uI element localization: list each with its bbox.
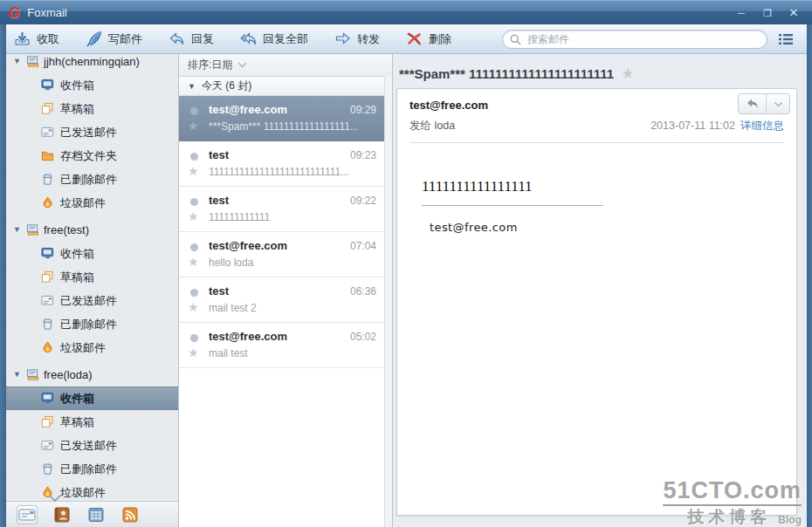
collapse-chevron-icon[interactable] <box>48 494 62 503</box>
forward-button[interactable]: 转发 <box>334 31 380 47</box>
delete-button[interactable]: 删除 <box>406 31 451 47</box>
account-row-jjhh[interactable]: ▼ jjhh(chenmingqian) <box>6 54 178 73</box>
star-icon[interactable]: ★ <box>188 346 199 359</box>
receive-label: 收取 <box>37 31 59 47</box>
expand-arrow-icon[interactable]: ▼ <box>13 57 22 65</box>
sidebar-item-drafts[interactable]: 草稿箱 <box>6 97 178 120</box>
folder-sidebar: ▼ jjhh(chenmingqian) 收件箱 草稿箱 已发送邮件 存档文件夹 <box>6 54 179 527</box>
reply-dropdown-button[interactable] <box>766 94 789 113</box>
minimize-button[interactable]: ─ <box>730 5 753 21</box>
title-star-icon[interactable]: ★ <box>621 65 634 82</box>
forward-arrow-icon <box>334 31 351 47</box>
mail-sender: test@free.com <box>209 239 343 252</box>
mail-subject: 111111111111 <box>209 211 376 223</box>
sidebar-item-junk[interactable]: 垃圾邮件 <box>6 336 178 359</box>
list-view-icon[interactable] <box>778 32 794 46</box>
title-bar[interactable]: G Foxmail ─ ❐ ✕ <box>0 0 812 24</box>
mail-time: 06:36 <box>350 285 376 298</box>
calendar-view-button[interactable] <box>86 506 106 524</box>
sidebar-item-sent[interactable]: 已发送邮件 <box>6 434 178 457</box>
reply-label: 回复 <box>191 31 214 47</box>
mail-list-item[interactable]: ★ test@free.com 09:29 ***Spam*** 1111111… <box>179 96 392 141</box>
sidebar-item-inbox[interactable]: 收件箱 <box>6 73 178 97</box>
star-icon[interactable]: ★ <box>188 209 199 223</box>
search-input[interactable] <box>502 30 767 49</box>
folder-label: 垃圾邮件 <box>60 485 106 501</box>
expand-arrow-icon[interactable]: ▼ <box>13 225 22 234</box>
group-label: 今天 (6 封) <box>202 79 251 93</box>
mail-list-scrollbar[interactable] <box>384 76 392 527</box>
sidebar-item-inbox-selected[interactable]: 收件箱 <box>6 387 178 410</box>
forward-label: 转发 <box>357 31 380 47</box>
contacts-view-button[interactable] <box>52 506 72 524</box>
folder-tree: ▼ jjhh(chenmingqian) 收件箱 草稿箱 已发送邮件 存档文件夹 <box>6 54 178 504</box>
star-icon[interactable]: ★ <box>188 300 199 314</box>
mail-time: 09:29 <box>350 104 376 116</box>
reply-all-button[interactable]: 回复全部 <box>240 31 308 47</box>
reply-arrow-icon <box>169 31 185 47</box>
star-icon[interactable]: ★ <box>188 255 199 269</box>
reply-button[interactable]: 回复 <box>169 31 214 47</box>
mail-list-item[interactable]: ★ test 09:23 11111111111111111111111111.… <box>179 141 392 187</box>
foxmail-window: G Foxmail ─ ❐ ✕ 收取 写邮件 回复 回复全部 转发 <box>0 0 812 527</box>
folder-label: 存档文件夹 <box>60 148 117 164</box>
mail-list-item[interactable]: ★ test 09:22 111111111111 <box>179 187 392 232</box>
sidebar-item-deleted[interactable]: 已删除邮件 <box>6 312 178 336</box>
foxmail-logo-icon: G <box>9 4 20 22</box>
sidebar-item-drafts[interactable]: 草稿箱 <box>6 265 178 289</box>
watermark-tagline: 技术博客 <box>687 509 771 525</box>
sidebar-item-archive[interactable]: 存档文件夹 <box>6 144 178 168</box>
folder-label: 已发送邮件 <box>60 293 117 309</box>
sidebar-item-deleted[interactable]: 已删除邮件 <box>6 457 178 481</box>
rss-view-button[interactable] <box>120 506 140 524</box>
mail-view-button[interactable] <box>17 505 38 524</box>
close-button[interactable]: ✕ <box>782 5 805 21</box>
message-body: 1111111111111111 test@free.com <box>397 143 796 234</box>
junk-icon <box>41 196 54 209</box>
sort-header[interactable]: 排序:日期 <box>179 54 392 77</box>
folder-label: 草稿箱 <box>60 270 94 285</box>
mail-list-item[interactable]: ★ test@free.com 05:02 mail test <box>179 323 392 368</box>
window-left-edge <box>0 24 6 527</box>
message-title: ***Spam*** 1111111111111111111111★ <box>393 54 807 83</box>
trash-icon <box>41 462 54 476</box>
mail-list-item[interactable]: ★ test@free.com 07:04 hello loda <box>179 232 392 277</box>
folder-label: 已发送邮件 <box>60 438 117 454</box>
sidebar-item-drafts[interactable]: 草稿箱 <box>6 410 178 434</box>
mail-sender: test@free.com <box>209 330 343 343</box>
sidebar-item-deleted[interactable]: 已删除邮件 <box>6 168 178 191</box>
delete-label: 删除 <box>429 31 451 47</box>
receive-mail-button[interactable]: 收取 <box>14 31 59 47</box>
account-name: jjhh(chenmingqian) <box>44 55 140 68</box>
account-row-free-test[interactable]: ▼ free(test) <box>6 217 178 242</box>
unread-dot-icon <box>190 334 198 342</box>
sidebar-bottom-bar <box>6 501 178 527</box>
mail-subject: ***Spam*** 11111111111111111... <box>209 120 376 133</box>
star-icon[interactable]: ★ <box>188 164 199 178</box>
account-name: free(loda) <box>44 368 93 381</box>
mail-time: 09:23 <box>350 149 376 161</box>
expand-arrow-icon[interactable]: ▼ <box>13 370 22 379</box>
mail-subject: mail test 2 <box>209 302 376 314</box>
message-card: test@free.com 发给 loda 2013-07-11 11:02 详… <box>396 88 797 516</box>
sidebar-item-sent[interactable]: 已发送邮件 <box>6 289 178 312</box>
group-expand-arrow-icon[interactable]: ▼ <box>188 82 196 91</box>
star-icon[interactable]: ★ <box>188 119 199 133</box>
reply-quick-button[interactable] <box>739 94 766 113</box>
compose-mail-button[interactable]: 写邮件 <box>86 31 142 47</box>
inbox-icon <box>41 247 54 260</box>
mail-sender: test <box>209 284 343 298</box>
sidebar-item-junk[interactable]: 垃圾邮件 <box>6 191 178 215</box>
details-link[interactable]: 详细信息 <box>740 119 784 133</box>
mail-list-item[interactable]: ★ test 06:36 mail test 2 <box>179 277 392 323</box>
account-row-free-loda[interactable]: ▼ free(loda) <box>6 362 178 387</box>
account-icon <box>26 223 39 236</box>
drafts-icon <box>41 270 54 284</box>
maximize-button[interactable]: ❐ <box>756 5 779 21</box>
message-date: 2013-07-11 11:02 <box>650 120 735 132</box>
mail-time: 09:22 <box>350 195 376 207</box>
sidebar-item-inbox[interactable]: 收件箱 <box>6 242 178 265</box>
sidebar-item-sent[interactable]: 已发送邮件 <box>6 120 178 144</box>
unread-dot-icon <box>190 107 198 115</box>
group-header-today[interactable]: ▼ 今天 (6 封) <box>179 77 392 96</box>
